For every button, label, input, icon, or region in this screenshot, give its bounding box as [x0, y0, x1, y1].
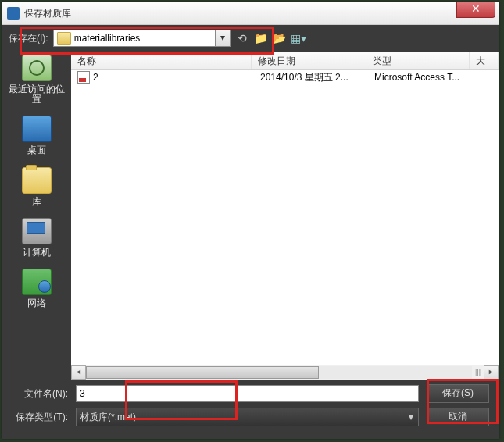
window-controls: ✕ — [456, 2, 495, 18]
back-icon[interactable]: ⟲ — [235, 31, 249, 45]
place-label: 最近访问的位置 — [5, 84, 68, 105]
save-in-label: 保存在(I): — [9, 32, 48, 45]
list-item[interactable]: 2 2014/10/3 星期五 2... Microsoft Access T.… — [71, 70, 499, 85]
desktop-icon — [22, 116, 52, 142]
new-folder-icon[interactable]: 📂 — [273, 31, 287, 45]
location-text: materiallibraries — [74, 33, 215, 44]
filename-label: 文件名(N): — [12, 387, 68, 401]
toolbar: 保存在(I): materiallibraries ▾ ⟲ 📁 📂 ▦▾ — [2, 25, 499, 52]
scroll-thumb[interactable] — [86, 366, 319, 379]
recent-icon — [22, 55, 52, 81]
bottom-panel: 文件名(N): 保存(S) 保存类型(T): 材质库(*.mat) 取消 — [2, 380, 499, 439]
scroll-track[interactable] — [86, 366, 472, 379]
libraries-icon — [22, 167, 52, 194]
horizontal-scrollbar[interactable]: ◄ ||| ► — [71, 365, 499, 380]
up-folder-icon[interactable]: 📁 — [254, 31, 268, 45]
location-dropdown[interactable]: materiallibraries ▾ — [53, 30, 231, 47]
file-name-cell: 2 — [71, 70, 254, 85]
column-headers: 名称 修改日期 类型 大 — [71, 52, 499, 70]
save-dialog: 保存材质库 ✕ 保存在(I): materiallibraries ▾ ⟲ 📁 … — [2, 2, 499, 439]
col-size[interactable]: 大 — [470, 52, 499, 69]
save-button[interactable]: 保存(S) — [427, 384, 489, 403]
file-date-cell: 2014/10/3 星期五 2... — [254, 70, 368, 86]
computer-icon — [22, 218, 52, 244]
place-label: 计算机 — [23, 248, 51, 258]
file-size-cell — [470, 76, 499, 79]
filename-row: 文件名(N): 保存(S) — [12, 384, 489, 403]
filetype-label: 保存类型(T): — [12, 411, 68, 424]
file-list[interactable]: 2 2014/10/3 星期五 2... Microsoft Access T.… — [71, 70, 499, 365]
chevron-down-icon[interactable]: ▾ — [215, 30, 230, 46]
scroll-right-button[interactable]: ► — [484, 365, 499, 380]
col-name[interactable]: 名称 — [71, 52, 252, 69]
window-title: 保存材质库 — [24, 7, 71, 20]
place-libraries[interactable]: 库 — [5, 167, 68, 207]
filename-input[interactable] — [76, 385, 419, 402]
titlebar[interactable]: 保存材质库 ✕ — [2, 2, 499, 25]
col-type[interactable]: 类型 — [366, 52, 470, 69]
scroll-grip: ||| — [475, 369, 481, 376]
place-network[interactable]: 网络 — [5, 269, 68, 308]
col-date[interactable]: 修改日期 — [252, 52, 366, 69]
filetype-select[interactable]: 材质库(*.mat) — [76, 408, 419, 426]
place-computer[interactable]: 计算机 — [5, 218, 68, 258]
cancel-button[interactable]: 取消 — [427, 408, 489, 426]
file-type-cell: Microsoft Access T... — [368, 70, 470, 84]
place-label: 桌面 — [27, 145, 46, 155]
place-desktop[interactable]: 桌面 — [5, 116, 68, 155]
file-list-pane: 名称 修改日期 类型 大 2 2014/10/3 星期五 2... Micros… — [71, 52, 499, 380]
places-bar: 最近访问的位置 桌面 库 计算机 网络 — [2, 52, 71, 380]
app-icon — [7, 7, 20, 20]
main-area: 最近访问的位置 桌面 库 计算机 网络 — [2, 52, 499, 380]
network-icon — [22, 269, 52, 295]
dialog-content: 保存在(I): materiallibraries ▾ ⟲ 📁 📂 ▦▾ 最近访… — [2, 25, 499, 439]
close-button[interactable]: ✕ — [456, 2, 495, 18]
filetype-row: 保存类型(T): 材质库(*.mat) 取消 — [12, 408, 489, 426]
folder-icon — [57, 32, 71, 45]
filetype-value: 材质库(*.mat) — [80, 411, 136, 424]
file-name: 2 — [93, 72, 98, 83]
place-label: 库 — [32, 197, 41, 207]
view-menu-icon[interactable]: ▦▾ — [291, 31, 306, 45]
file-icon — [77, 71, 90, 84]
place-label: 网络 — [27, 298, 46, 308]
scroll-left-button[interactable]: ◄ — [71, 365, 86, 380]
place-recent[interactable]: 最近访问的位置 — [5, 55, 68, 105]
